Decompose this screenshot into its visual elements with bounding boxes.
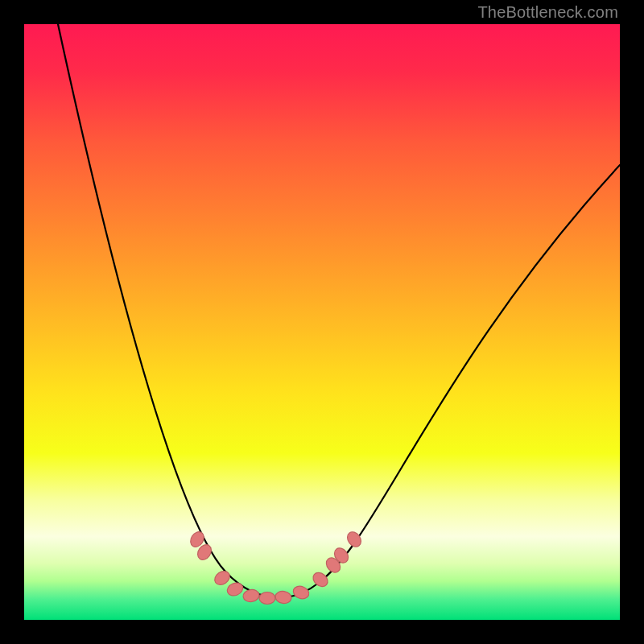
curve-marker <box>213 568 233 588</box>
bottleneck-chart <box>24 24 620 620</box>
outer-black-frame: TheBottleneck.com <box>0 0 644 644</box>
curve-marker <box>225 580 245 597</box>
plot-area <box>24 24 620 620</box>
curve-marker <box>291 584 311 601</box>
watermark-text: TheBottleneck.com <box>477 3 618 22</box>
bottleneck-curve <box>58 24 620 597</box>
curve-marker <box>259 592 275 605</box>
curve-marker <box>275 590 292 605</box>
marker-cluster <box>188 530 364 605</box>
curve-marker <box>242 588 260 603</box>
